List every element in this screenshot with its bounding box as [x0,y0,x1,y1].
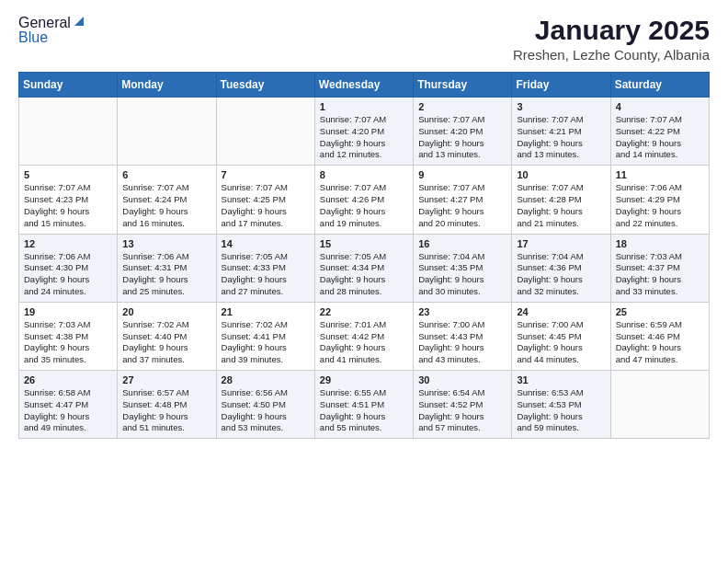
calendar-cell: 14Sunrise: 7:05 AMSunset: 4:33 PMDayligh… [216,234,314,302]
cell-content: Sunrise: 6:58 AMSunset: 4:47 PMDaylight:… [24,387,112,434]
day-number: 2 [418,101,506,112]
calendar-cell: 9Sunrise: 7:07 AMSunset: 4:27 PMDaylight… [414,166,512,234]
calendar-cell: 10Sunrise: 7:07 AMSunset: 4:28 PMDayligh… [512,166,610,234]
calendar-cell: 19Sunrise: 7:03 AMSunset: 4:38 PMDayligh… [19,302,118,370]
day-number: 23 [418,306,506,317]
calendar-cell: 26Sunrise: 6:58 AMSunset: 4:47 PMDayligh… [19,371,118,439]
cell-content: Sunrise: 7:07 AMSunset: 4:28 PMDaylight:… [517,182,605,229]
cell-content: Sunrise: 7:06 AMSunset: 4:30 PMDaylight:… [24,251,112,298]
day-number: 27 [122,374,210,385]
calendar-cell: 6Sunrise: 7:07 AMSunset: 4:24 PMDaylight… [118,166,216,234]
day-number: 24 [517,306,605,317]
cell-content: Sunrise: 7:06 AMSunset: 4:31 PMDaylight:… [122,251,210,298]
page-subtitle: Rreshen, Lezhe County, Albania [513,47,710,63]
calendar-cell: 25Sunrise: 6:59 AMSunset: 4:46 PMDayligh… [610,302,709,370]
day-number: 13 [122,238,210,249]
calendar-cell: 22Sunrise: 7:01 AMSunset: 4:42 PMDayligh… [314,302,413,370]
calendar-week-row: 12Sunrise: 7:06 AMSunset: 4:30 PMDayligh… [19,234,710,302]
cell-content: Sunrise: 7:07 AMSunset: 4:23 PMDaylight:… [24,182,112,229]
calendar-cell: 13Sunrise: 7:06 AMSunset: 4:31 PMDayligh… [118,234,216,302]
calendar-day-header: Sunday [19,73,118,98]
cell-content: Sunrise: 7:05 AMSunset: 4:34 PMDaylight:… [320,251,408,298]
cell-content: Sunrise: 6:54 AMSunset: 4:52 PMDaylight:… [418,387,506,434]
day-number: 15 [320,238,408,249]
cell-content: Sunrise: 7:07 AMSunset: 4:20 PMDaylight:… [320,114,408,161]
calendar-week-row: 19Sunrise: 7:03 AMSunset: 4:38 PMDayligh… [19,302,710,370]
day-number: 9 [418,169,506,180]
day-number: 1 [320,101,408,112]
cell-content: Sunrise: 6:53 AMSunset: 4:53 PMDaylight:… [517,387,605,434]
logo-icon [73,15,85,28]
calendar-cell: 4Sunrise: 7:07 AMSunset: 4:22 PMDaylight… [610,98,709,166]
cell-content: Sunrise: 7:01 AMSunset: 4:42 PMDaylight:… [320,319,408,366]
calendar-cell: 17Sunrise: 7:04 AMSunset: 4:36 PMDayligh… [512,234,610,302]
svg-marker-0 [74,17,84,26]
cell-content: Sunrise: 7:00 AMSunset: 4:45 PMDaylight:… [517,319,605,366]
cell-content: Sunrise: 6:59 AMSunset: 4:46 PMDaylight:… [616,319,704,366]
cell-content: Sunrise: 7:02 AMSunset: 4:41 PMDaylight:… [222,319,310,366]
calendar-cell: 1Sunrise: 7:07 AMSunset: 4:20 PMDaylight… [314,98,413,166]
cell-content: Sunrise: 7:07 AMSunset: 4:20 PMDaylight:… [418,114,506,161]
day-number: 7 [222,169,310,180]
cell-content: Sunrise: 7:06 AMSunset: 4:29 PMDaylight:… [616,182,704,229]
day-number: 21 [222,306,310,317]
day-number: 5 [24,169,112,180]
cell-content: Sunrise: 7:07 AMSunset: 4:27 PMDaylight:… [418,182,506,229]
calendar-cell [118,98,216,166]
page: General Blue January 2025 Rreshen, Lezhe… [0,0,728,454]
calendar-table: SundayMondayTuesdayWednesdayThursdayFrid… [18,72,710,439]
day-number: 29 [320,374,408,385]
calendar-cell: 8Sunrise: 7:07 AMSunset: 4:26 PMDaylight… [314,166,413,234]
calendar-cell: 23Sunrise: 7:00 AMSunset: 4:43 PMDayligh… [414,302,512,370]
calendar-week-row: 1Sunrise: 7:07 AMSunset: 4:20 PMDaylight… [19,98,710,166]
header: General Blue January 2025 Rreshen, Lezhe… [18,15,710,63]
calendar-cell: 5Sunrise: 7:07 AMSunset: 4:23 PMDaylight… [19,166,118,234]
calendar-cell: 7Sunrise: 7:07 AMSunset: 4:25 PMDaylight… [216,166,314,234]
calendar-cell: 18Sunrise: 7:03 AMSunset: 4:37 PMDayligh… [610,234,709,302]
calendar-cell: 31Sunrise: 6:53 AMSunset: 4:53 PMDayligh… [512,371,610,439]
cell-content: Sunrise: 7:03 AMSunset: 4:38 PMDaylight:… [24,319,112,366]
calendar-cell [610,371,709,439]
day-number: 19 [24,306,112,317]
day-number: 31 [517,374,605,385]
day-number: 30 [418,374,506,385]
day-number: 12 [24,238,112,249]
calendar-cell: 20Sunrise: 7:02 AMSunset: 4:40 PMDayligh… [118,302,216,370]
day-number: 20 [122,306,210,317]
calendar-day-header: Wednesday [314,73,413,98]
cell-content: Sunrise: 7:02 AMSunset: 4:40 PMDaylight:… [122,319,210,366]
cell-content: Sunrise: 7:07 AMSunset: 4:26 PMDaylight:… [320,182,408,229]
cell-content: Sunrise: 7:05 AMSunset: 4:33 PMDaylight:… [222,251,310,298]
day-number: 17 [517,238,605,249]
day-number: 3 [517,101,605,112]
calendar-day-header: Friday [512,73,610,98]
calendar-cell: 28Sunrise: 6:56 AMSunset: 4:50 PMDayligh… [216,371,314,439]
calendar-day-header: Saturday [610,73,709,98]
day-number: 4 [616,101,704,112]
calendar-cell: 27Sunrise: 6:57 AMSunset: 4:48 PMDayligh… [118,371,216,439]
logo: General Blue [18,15,85,45]
calendar-cell: 21Sunrise: 7:02 AMSunset: 4:41 PMDayligh… [216,302,314,370]
logo-general-text: General [18,16,71,30]
cell-content: Sunrise: 7:03 AMSunset: 4:37 PMDaylight:… [616,251,704,298]
calendar-day-header: Monday [118,73,216,98]
cell-content: Sunrise: 6:56 AMSunset: 4:50 PMDaylight:… [222,387,310,434]
day-number: 16 [418,238,506,249]
page-title: January 2025 [513,15,710,45]
day-number: 25 [616,306,704,317]
cell-content: Sunrise: 7:07 AMSunset: 4:22 PMDaylight:… [616,114,704,161]
calendar-cell: 16Sunrise: 7:04 AMSunset: 4:35 PMDayligh… [414,234,512,302]
calendar-cell: 11Sunrise: 7:06 AMSunset: 4:29 PMDayligh… [610,166,709,234]
cell-content: Sunrise: 7:07 AMSunset: 4:21 PMDaylight:… [517,114,605,161]
day-number: 8 [320,169,408,180]
day-number: 6 [122,169,210,180]
day-number: 18 [616,238,704,249]
calendar-cell: 3Sunrise: 7:07 AMSunset: 4:21 PMDaylight… [512,98,610,166]
day-number: 14 [222,238,310,249]
calendar-day-header: Thursday [414,73,512,98]
day-number: 26 [24,374,112,385]
calendar-cell: 29Sunrise: 6:55 AMSunset: 4:51 PMDayligh… [314,371,413,439]
calendar-header-row: SundayMondayTuesdayWednesdayThursdayFrid… [19,73,710,98]
cell-content: Sunrise: 6:55 AMSunset: 4:51 PMDaylight:… [320,387,408,434]
cell-content: Sunrise: 7:00 AMSunset: 4:43 PMDaylight:… [418,319,506,366]
